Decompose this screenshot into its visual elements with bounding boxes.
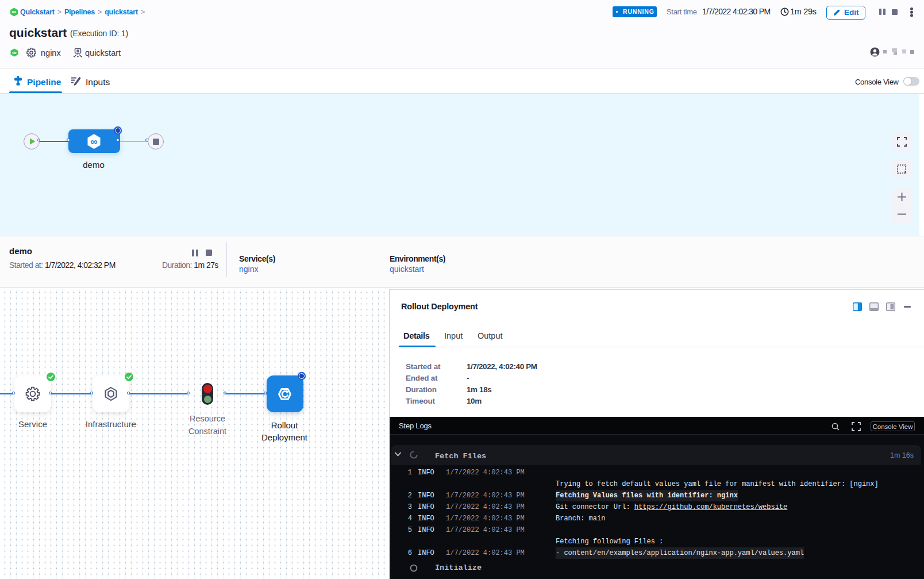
svg-text:∞: ∞ (90, 136, 97, 147)
svg-text:∞: ∞ (12, 8, 17, 15)
svg-text:∞: ∞ (12, 49, 17, 56)
